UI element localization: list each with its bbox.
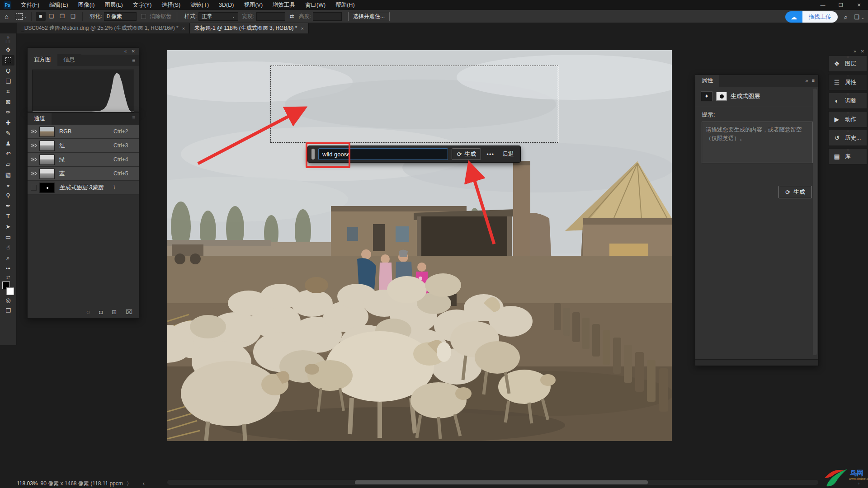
chevron-left-icon[interactable]: ‹ [143,480,145,487]
toolbar-grip[interactable]: ⠿⠿ [5,40,11,44]
menu-plugins[interactable]: 增效工具 [268,0,300,10]
menu-edit[interactable]: 编辑(E) [44,0,73,10]
delete-channel-icon[interactable]: ⌧ [126,309,132,315]
channel-row-blue[interactable]: 蓝 Ctrl+5 [28,167,139,181]
quick-mask-button[interactable]: ◎ [2,295,14,305]
channel-row-green[interactable]: 绿 Ctrl+4 [28,153,139,167]
blur-tool[interactable]: ◒ [2,180,14,190]
eraser-tool[interactable]: ▱ [2,159,14,169]
expand-toolbar-icon[interactable]: » [7,35,9,40]
tab-properties[interactable]: 属性 [695,75,719,87]
hand-tool[interactable]: ☝ [2,242,14,253]
document-tab-1[interactable]: _DSC0452 速降-Motion.dng @ 25.2% (生成式图层 1,… [17,23,190,33]
workspace-switcher-icon[interactable]: ❑ ⌄ [854,14,864,20]
object-selection-tool[interactable]: ❏ [2,76,14,86]
chevron-right-icon[interactable]: 〉 [127,480,132,488]
dock-item-libraries[interactable]: ▤ 库 [828,148,867,164]
document-tab-2[interactable]: 未标题-1 @ 118% (生成式图层 3, RGB/8) * × [190,23,309,33]
selection-marquee[interactable] [270,66,558,143]
dock-item-history[interactable]: ↺ 历史... [828,130,867,146]
width-input[interactable] [256,12,285,21]
restore-button[interactable]: ❐ [832,0,850,10]
zoom-tool[interactable]: ⌕ [2,253,14,263]
select-and-mask-button[interactable]: 选择并遮住... [348,12,390,21]
menu-layer[interactable]: 图层(L) [99,0,127,10]
antialias-checkbox[interactable] [141,14,146,19]
frame-tool[interactable]: ⊠ [2,97,14,107]
height-input[interactable] [313,12,342,21]
panel-menu-icon[interactable]: ≡ [132,57,135,63]
dock-item-actions[interactable]: ▶ 动作 [828,111,867,127]
menu-window[interactable]: 窗口(W) [300,0,330,10]
visibility-eye-icon[interactable] [31,144,37,147]
visibility-eye-icon[interactable] [31,130,37,133]
clone-stamp-tool[interactable]: ♟ [2,138,14,149]
close-icon[interactable]: ✕ [861,49,864,54]
channel-row-rgb[interactable]: RGB Ctrl+2 [28,125,139,139]
zoom-level-field[interactable]: 118.03% [17,480,39,487]
channel-row-generative-mask[interactable]: 生成式图层 3蒙版 \ [28,181,139,195]
tab-info[interactable]: 信息 [57,54,81,66]
screen-mode-button[interactable]: ❐ [2,305,14,316]
menu-select[interactable]: 选择(S) [156,0,185,10]
load-selection-icon[interactable]: ◌ [87,309,90,315]
search-icon[interactable]: ⌕ [844,13,848,21]
minimize-button[interactable]: — [814,0,832,10]
gradient-tool[interactable]: ▧ [2,169,14,180]
tab-channels[interactable]: 通道 [28,113,52,125]
rectangular-marquee-tool[interactable] [2,55,14,66]
panel-menu-icon[interactable]: ≡ [812,78,815,83]
close-icon[interactable]: × [301,26,303,31]
history-brush-tool[interactable]: ↶ [2,149,14,159]
collapse-panel-icon[interactable]: « [124,49,127,54]
menu-view[interactable]: 视图(V) [239,0,268,10]
lasso-tool[interactable]: Ǫ [2,66,14,76]
collapse-panel-icon[interactable]: » [805,78,808,83]
eyedropper-tool[interactable]: ✑ [2,107,14,117]
menu-type[interactable]: 文字(Y) [128,0,157,10]
type-tool[interactable]: T [2,211,14,221]
prompt-textarea[interactable]: 请描述您要生成的内容，或者随意留空（仅限英语）。 [702,122,813,163]
dock-item-layers[interactable]: ❖ 图层 [828,56,867,72]
save-selection-as-channel-icon[interactable]: ◘ [99,309,103,315]
pen-tool[interactable]: ✒ [2,201,14,211]
crop-tool[interactable]: ⌗ [2,86,14,97]
dodge-tool[interactable]: ⚲ [2,190,14,201]
feather-input[interactable]: 0 像素 [104,12,137,21]
menu-3d[interactable]: 3D(D) [214,0,239,10]
dock-item-properties[interactable]: ☰ 属性 [828,74,867,90]
add-selection-mode-button[interactable]: ❏ [47,12,57,21]
back-button[interactable]: 后退 [500,150,517,158]
path-selection-tool[interactable]: ➤ [2,221,14,232]
move-tool[interactable]: ✥ [2,45,14,55]
generate-button-properties[interactable]: ⟳ 生成 [778,186,812,198]
intersect-selection-mode-button[interactable]: ❑ [68,12,78,21]
style-select[interactable]: 正常 ⌄ [198,12,238,21]
menu-help[interactable]: 帮助(H) [330,0,359,10]
brush-tool[interactable]: ✎ [2,128,14,138]
menu-file[interactable]: 文件(F) [16,0,44,10]
channel-row-red[interactable]: 红 Ctrl+3 [28,139,139,153]
panel-menu-icon[interactable]: ≡ [132,115,135,121]
subtract-selection-mode-button[interactable]: ❐ [57,12,67,21]
swap-dimensions-icon[interactable]: ⇄ [290,13,294,19]
rectangle-tool[interactable]: ▭ [2,232,14,242]
edit-toolbar-button[interactable]: ••• [2,263,14,273]
collapse-dock-icon[interactable]: » [854,49,856,54]
tool-preset-picker[interactable]: ⌄ [16,13,28,20]
visibility-eye-icon[interactable] [31,172,37,175]
dock-item-adjustments[interactable]: ◐ 调整 [828,93,867,109]
swap-colors-icon[interactable]: ⇄ [6,275,10,280]
tab-histogram[interactable]: 直方图 [28,54,57,66]
close-icon[interactable]: ✕ [132,49,135,54]
background-color-swatch[interactable] [6,287,14,295]
visibility-off-box[interactable] [31,185,37,191]
close-icon[interactable]: × [182,26,185,31]
menu-filter[interactable]: 滤镜(T) [185,0,214,10]
visibility-eye-icon[interactable] [31,158,37,161]
properties-scrollbar[interactable] [813,89,817,355]
cloud-upload-button[interactable]: ☁ 拖拽上传 [785,11,838,23]
close-button[interactable]: ✕ [850,0,868,10]
new-selection-mode-button[interactable]: ■ [36,12,46,21]
home-icon[interactable]: ⌂ [5,13,9,20]
